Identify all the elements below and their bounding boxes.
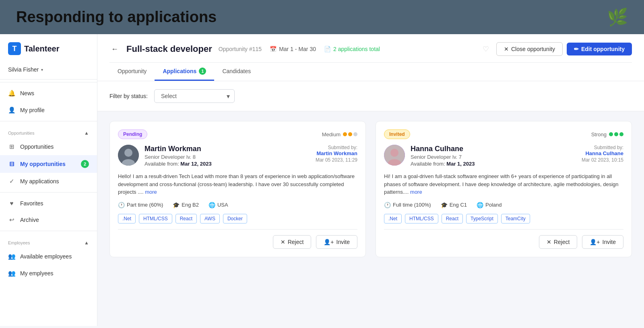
heart-icon: ♥ (8, 200, 15, 207)
sidebar-item-archive[interactable]: ↩ Archive (0, 211, 97, 228)
bio-more-link[interactable]: more (145, 189, 157, 195)
dot-1 (609, 132, 613, 136)
tab-opportunity[interactable]: Opportunity (109, 63, 155, 81)
opportunity-number: Opportunity #115 (219, 46, 262, 52)
employees-icon: 👥 (8, 270, 15, 277)
globe-icon: 🌐 (208, 202, 215, 208)
card-stats: 🕐 Part time (60%) 🎓 Eng B2 🌐 USA (118, 202, 357, 208)
sidebar-item-my-opportunities[interactable]: ⊟ My opportunities 2 (0, 155, 97, 173)
candidate-details: Martin Workman Senior Developer lv. 8 Av… (144, 145, 310, 167)
close-opportunity-button[interactable]: ✕ Close opportunity (496, 42, 563, 56)
x-icon: ✕ (547, 239, 551, 245)
opp-actions: ♡ ✕ Close opportunity ✏ Edit opportunity (479, 42, 632, 56)
submitted-block: Submitted by: Hanna Culhane Mar 02 2023,… (582, 145, 623, 163)
sidebar: T Talenteer Silvia Fisher ▾ 🔔 News 👤 My … (0, 34, 97, 326)
strength-label: Strong (591, 131, 607, 137)
card-top-row: Pending Medium (118, 129, 357, 139)
user-plus-icon: 👤+ (590, 239, 600, 245)
card-bio: Hello! I am a result-driven Tech Lead wi… (118, 172, 357, 196)
favorite-button[interactable]: ♡ (479, 43, 492, 55)
tag-htmlcss: HTML/CSS (405, 214, 438, 223)
strength-indicator: Medium (322, 131, 357, 137)
sidebar-item-label: News (20, 90, 34, 96)
strength-dots (609, 132, 623, 136)
sidebar-item-news[interactable]: 🔔 News (0, 85, 97, 102)
cap-icon: 🎓 (173, 202, 180, 208)
back-button[interactable]: ← (109, 43, 120, 55)
tag-react: React (442, 214, 463, 223)
sidebar-item-opportunities[interactable]: ⊞ Opportunities (0, 138, 97, 155)
divider (384, 229, 623, 230)
submitted-name: Hanna Culhane (582, 150, 623, 156)
tag-net: .Net (118, 214, 136, 223)
breadcrumb-row: ← Full-stack developer Opportunity #115 … (109, 42, 632, 62)
invite-button-hanna[interactable]: 👤+ Invite (582, 235, 623, 249)
location-stat: 🌐 USA (208, 202, 228, 208)
opportunities-collapse-icon[interactable]: ▲ (84, 130, 89, 136)
clock-icon: 🕐 (384, 202, 391, 208)
page-title: Responding to applications (16, 8, 217, 26)
tab-candidates[interactable]: Candidates (214, 63, 259, 81)
svg-point-4 (390, 149, 398, 157)
sidebar-item-label: Opportunities (20, 144, 54, 150)
svg-point-1 (124, 149, 132, 157)
submitted-date: Mar 05 2023, 11:29 (316, 157, 357, 163)
sidebar-item-my-employees[interactable]: 👥 My emplyees (0, 265, 97, 282)
status-badge: Pending (118, 129, 147, 139)
work-type-stat: 🕐 Part time (60%) (118, 202, 163, 208)
status-badge: Invited (384, 129, 410, 139)
submitted-block: Submitted by: Martin Workman Mar 05 2023… (316, 145, 357, 163)
edit-opportunity-button[interactable]: ✏ Edit opportunity (567, 43, 632, 55)
candidate-name: Martin Workman (144, 145, 310, 153)
cards-area: Pending Medium (97, 111, 644, 267)
user-menu[interactable]: Silvia Fisher ▾ (0, 63, 97, 80)
filter-row: Filter by status: Select Pending Invited… (97, 81, 644, 111)
sidebar-item-my-applications[interactable]: ✓ My applications (0, 173, 97, 190)
sidebar-item-label: My emplyees (20, 270, 53, 277)
card-bio: Hi! I am a goal-driven full-stack softwa… (384, 172, 623, 196)
dot-3 (353, 132, 357, 136)
calendar-icon: 📅 (270, 46, 277, 52)
language-stat: 🎓 Eng C1 (441, 202, 467, 208)
tag-teamcity: TeamCity (501, 214, 530, 223)
check-icon: ✓ (8, 178, 15, 185)
sidebar-item-favorites[interactable]: ♥ Favorites (0, 195, 97, 211)
strength-indicator: Strong (591, 131, 623, 137)
tab-applications[interactable]: Applications 1 (155, 63, 214, 81)
card-top-row: Invited Strong (384, 129, 623, 139)
status-filter-select[interactable]: Select Pending Invited Rejected Accepted (154, 89, 235, 103)
tags-row: .Net HTML/CSS React AWS Docker (118, 214, 357, 223)
card-stats: 🕐 Full time (100%) 🎓 Eng C1 🌐 Poland (384, 202, 623, 208)
opp-meta: Opportunity #115 📅 Mar 1 - Mar 30 📄 2 ap… (219, 46, 473, 52)
applications-count: 📄 2 applications total (324, 46, 380, 52)
clock-icon: 🕐 (118, 202, 125, 208)
section-label-opportunities: Opportunities ▲ (0, 124, 97, 138)
applications-tab-badge: 1 (199, 68, 206, 75)
logo-icon: T (8, 42, 21, 55)
tag-net: .Net (384, 214, 402, 223)
tag-typescript: TypeScript (466, 214, 498, 223)
my-opportunities-badge: 2 (81, 160, 89, 168)
submitted-name: Martin Workman (316, 150, 357, 156)
top-banner: Responding to applications 🌿 (0, 0, 644, 34)
card-actions: ✕ Reject 👤+ Invite (118, 235, 357, 249)
dot-1 (343, 132, 347, 136)
invite-button-martin[interactable]: 👤+ Invite (316, 235, 357, 249)
candidate-info-row: Martin Workman Senior Developer lv. 8 Av… (118, 145, 357, 167)
reject-button-hanna[interactable]: ✕ Reject (539, 235, 578, 249)
dot-3 (619, 132, 623, 136)
bio-more-link[interactable]: more (410, 189, 422, 195)
divider (118, 229, 357, 230)
candidate-available: Available from: Mar 12, 2023 (144, 161, 310, 167)
sidebar-item-available-employees[interactable]: 👥 Available employees (0, 248, 97, 265)
reject-button-martin[interactable]: ✕ Reject (273, 235, 312, 249)
doc-icon: 📄 (324, 46, 331, 52)
employees-collapse-icon[interactable]: ▲ (84, 240, 89, 246)
dot-2 (348, 132, 352, 136)
sidebar-item-my-profile[interactable]: 👤 My profile (0, 102, 97, 119)
tabs-row: Opportunity Applications 1 Candidates (109, 62, 632, 81)
candidate-role: Senior Developer lv. 8 (144, 154, 310, 160)
grid-icon: ⊞ (8, 143, 15, 150)
candidate-details: Hanna Culhane Senior Developer lv. 7 Ava… (411, 145, 576, 167)
main-content: ← Full-stack developer Opportunity #115 … (97, 34, 644, 326)
